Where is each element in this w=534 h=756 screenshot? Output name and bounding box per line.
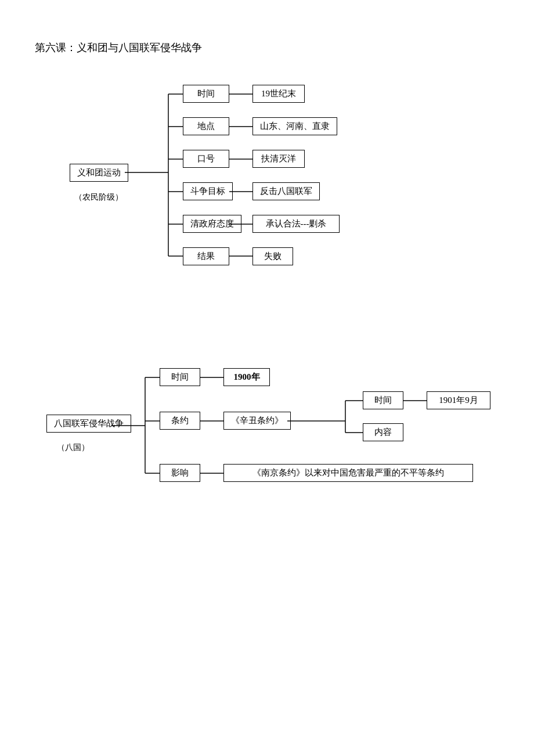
d1-branch-1: 时间 xyxy=(183,85,229,103)
d1-leaf-2: 山东、河南、直隶 xyxy=(252,117,337,135)
diagram1-canvas: 义和团运动 （农民阶级） 时间 19世纪末 地点 山东、河南、直隶 口号 扶清灭… xyxy=(70,78,511,310)
d2-root-node: 八国联军侵华战争 xyxy=(46,415,131,433)
d2-branch-2: 条约 xyxy=(160,412,200,430)
d1-root-sub: （农民阶级） xyxy=(74,189,123,206)
d2-root-sub: （八国） xyxy=(57,440,89,456)
d1-branch-6: 结果 xyxy=(183,247,229,265)
d1-leaf-6: 失败 xyxy=(252,247,293,265)
d2-branch-3: 影响 xyxy=(160,464,200,482)
d1-leaf-3: 扶清灭洋 xyxy=(252,150,305,168)
d1-leaf-1: 19世纪末 xyxy=(252,85,305,103)
d2-sub-branch-2: 内容 xyxy=(363,423,403,441)
page-title: 第六课：义和团与八国联军侵华战争 xyxy=(35,41,499,55)
d1-branch-4: 斗争目标 xyxy=(183,182,233,200)
d2-leaf-3: 《南京条约》以来对中国危害最严重的不平等条约 xyxy=(223,464,473,482)
d2-branch-1: 时间 xyxy=(160,368,200,386)
d2-sub-leaf-1: 1901年9月 xyxy=(427,391,490,409)
d2-leaf-1: 1900年 xyxy=(223,368,270,386)
d1-leaf-4: 反击八国联军 xyxy=(252,182,320,200)
d1-branch-2: 地点 xyxy=(183,117,229,135)
diagram2: 八国联军侵华战争 （八国） 时间 1900年 条约 《辛丑条约》 时间 1901… xyxy=(35,357,499,519)
diagram2-canvas: 八国联军侵华战争 （八国） 时间 1900年 条约 《辛丑条约》 时间 1901… xyxy=(46,357,534,519)
diagram1: 义和团运动 （农民阶级） 时间 19世纪末 地点 山东、河南、直隶 口号 扶清灭… xyxy=(35,78,499,310)
d1-branch-5: 清政府态度 xyxy=(183,215,241,233)
d2-sub-branch-1: 时间 xyxy=(363,391,403,409)
d2-lines xyxy=(46,357,534,519)
d1-leaf-5: 承认合法---剿杀 xyxy=(252,215,340,233)
d2-leaf-2: 《辛丑条约》 xyxy=(223,412,291,430)
d1-root-node: 义和团运动 xyxy=(70,164,128,182)
d1-branch-3: 口号 xyxy=(183,150,229,168)
